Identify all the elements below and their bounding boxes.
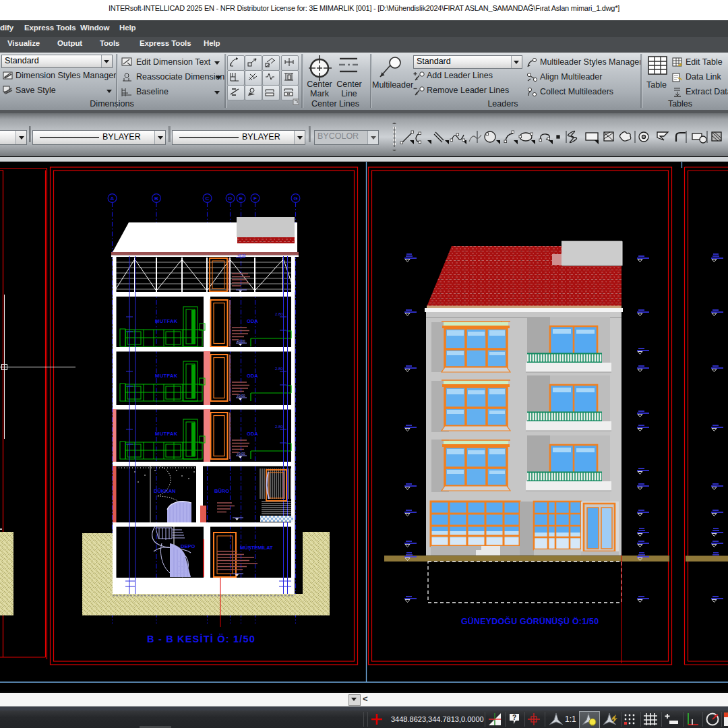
svg-text:DEPO: DEPO xyxy=(181,543,195,549)
svg-text:GÜNEYDOĞU GÖRÜNÜŞÜ Ö:1/50: GÜNEYDOĞU GÖRÜNÜŞÜ Ö:1/50 xyxy=(461,616,599,626)
svg-text:MÜŞTEMİLAT: MÜŞTEMİLAT xyxy=(240,545,273,551)
svg-text:A: A xyxy=(111,195,115,202)
svg-text:BÜRO: BÜRO xyxy=(214,488,229,494)
svg-text:?: ? xyxy=(512,714,516,721)
svg-text:B - B KESİTİ Ö: 1/50: B - B KESİTİ Ö: 1/50 xyxy=(147,634,255,644)
svg-text:F: F xyxy=(253,195,257,202)
svg-text:D: D xyxy=(229,195,233,202)
svg-text:+8.50: +8.50 xyxy=(237,253,246,257)
svg-text:B: B xyxy=(154,195,158,202)
svg-text:E: E xyxy=(239,195,243,202)
svg-text:DÜKKAN: DÜKKAN xyxy=(154,488,176,494)
svg-text:G: G xyxy=(293,195,297,202)
svg-text:C: C xyxy=(206,195,210,202)
